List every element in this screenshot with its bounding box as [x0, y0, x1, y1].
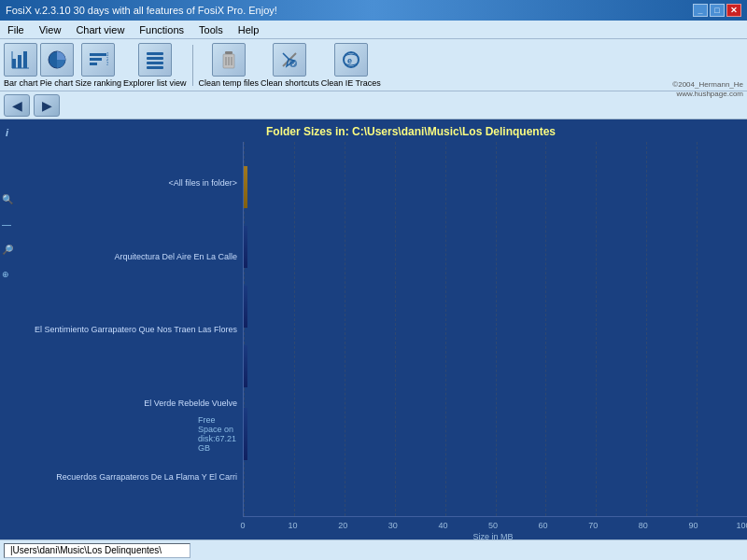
svg-rect-6 [90, 53, 106, 56]
svg-rect-8 [90, 63, 97, 65]
menu-help[interactable]: Help [234, 23, 263, 36]
explorer-list-button[interactable] [138, 43, 172, 77]
grid-50 [496, 142, 497, 516]
grid-20 [345, 142, 345, 516]
label-arquitectura: Arquitectura Del Aire En La Calle [19, 220, 243, 294]
bar-labels: <All files in folder> Arquitectura Del A… [19, 142, 243, 539]
plot-area: Free Space on disk:67.21 GB 0 10 20 30 4… [243, 142, 747, 539]
forward-button[interactable]: ▶ [34, 94, 60, 117]
svg-rect-15 [147, 66, 163, 69]
main-chart-area: i 🔍 — 🔎 ⊕ Folder Sizes in: C:\Users\dani… [0, 119, 747, 539]
menu-view[interactable]: View [35, 23, 65, 36]
svg-text:e: e [347, 56, 352, 65]
window-controls: _ □ ✕ [693, 4, 741, 17]
status-bar: |Users\dani\Music\Los Delinquentes\ [0, 539, 747, 560]
x-label-90: 90 [688, 521, 698, 530]
bar-all-files-side [244, 166, 247, 208]
toolbar-clean-temp: Clean temp files [199, 43, 260, 88]
free-space-label: Free Space on disk:67.21 GB [198, 415, 236, 453]
menu-functions[interactable]: Functions [135, 23, 188, 36]
side-icon-3[interactable]: 🔎 [2, 245, 13, 255]
toolbar-separator-1 [192, 45, 193, 86]
chart-title: Folder Sizes in: C:\Users\dani\Music\Los… [19, 119, 747, 142]
svg-rect-0 [12, 59, 16, 68]
grid-10 [294, 142, 295, 516]
back-button[interactable]: ◀ [4, 94, 30, 117]
pie-chart-button[interactable] [40, 43, 74, 77]
bar-recuerdos-side [244, 408, 247, 460]
clean-temp-label: Clean temp files [199, 78, 260, 88]
nav-bar: ◀ ▶ [0, 91, 747, 119]
toolbar-bar-chart: Bar chart [4, 43, 38, 88]
clean-temp-button[interactable] [212, 43, 246, 77]
label-sentimiento: El Sentimiento Garrapatero Que Nos Traen… [19, 293, 243, 367]
toolbar-size-ranking: 1 2 3 Size ranking [76, 43, 122, 88]
grid-30 [395, 142, 396, 516]
toolbar-clean-shortcuts: ✓ Clean shortcuts [261, 43, 319, 88]
menu-bar: File View Chart view Functions Tools Hel… [0, 21, 747, 39]
clean-shortcuts-button[interactable]: ✓ [273, 43, 306, 77]
bar-chart-button[interactable] [4, 43, 37, 77]
bar-chart-label: Bar chart [4, 78, 38, 88]
grid-90 [697, 142, 698, 516]
svg-rect-2 [23, 51, 27, 68]
x-label-0: 0 [240, 521, 245, 530]
menu-tools[interactable]: Tools [195, 23, 227, 36]
clean-ie-button[interactable]: e [334, 43, 368, 77]
toolbar: Bar chart Pie chart 1 2 3 Size ranking [0, 39, 747, 91]
toolbar-clean-ie: e Clean IE Traces [321, 43, 381, 88]
chart-wrapper: Folder Sizes in: C:\Users\dani\Music\Los… [19, 119, 747, 539]
svg-rect-16 [225, 51, 233, 54]
grid-60 [545, 142, 546, 516]
close-button[interactable]: ✕ [726, 4, 741, 17]
x-label-60: 60 [539, 521, 548, 530]
left-side-icons: 🔍 — 🔎 ⊕ [2, 194, 13, 279]
grid-bars: Free Space on disk:67.21 GB [243, 142, 747, 517]
current-path: |Users\dani\Music\Los Delinquentes\ [10, 545, 162, 555]
label-all-files: <All files in folder> [19, 147, 243, 220]
info-icon: i [6, 127, 8, 138]
svg-rect-12 [147, 52, 163, 55]
x-axis-title: Size in MB [243, 532, 743, 539]
svg-rect-1 [18, 55, 21, 68]
x-label-70: 70 [588, 521, 598, 530]
x-label-30: 30 [388, 521, 398, 530]
title-bar: FosiX v.2.3.10 30 days with all features… [0, 0, 747, 21]
bar-verde-side [244, 345, 247, 387]
x-label-20: 20 [338, 521, 347, 530]
x-label-40: 40 [438, 521, 447, 530]
toolbar-pie-chart: Pie chart [40, 43, 74, 88]
pie-chart-label: Pie chart [40, 78, 74, 88]
grid-80 [646, 142, 647, 516]
menu-file[interactable]: File [4, 23, 28, 36]
svg-text:3: 3 [106, 61, 108, 66]
menu-chart-view[interactable]: Chart view [72, 23, 128, 36]
watermark: ©2004_Hermann_He www.hushpage.com [672, 80, 743, 100]
x-label-80: 80 [639, 521, 648, 530]
clean-ie-label: Clean IE Traces [321, 78, 381, 88]
title-text: FosiX v.2.3.10 30 days with all features… [6, 5, 277, 16]
svg-rect-14 [147, 62, 163, 64]
chart-body: <All files in folder> Arquitectura Del A… [19, 142, 747, 539]
x-label-10: 10 [289, 521, 298, 530]
svg-rect-7 [90, 58, 102, 61]
size-ranking-button[interactable]: 1 2 3 [81, 43, 115, 77]
side-icon-2[interactable]: — [2, 219, 13, 230]
explorer-list-label: Explorer list view [123, 78, 187, 88]
minimize-button[interactable]: _ [693, 4, 708, 17]
x-axis-labels: 0 10 20 30 40 50 60 70 80 90 100 Size in… [243, 517, 743, 539]
size-ranking-label: Size ranking [76, 78, 122, 88]
svg-rect-13 [147, 57, 163, 60]
toolbar-explorer-list: Explorer list view [123, 43, 187, 88]
grid-40 [445, 142, 446, 516]
svg-text:✓: ✓ [291, 61, 297, 67]
bar-sentimiento-side [244, 286, 247, 328]
grid-70 [596, 142, 597, 516]
x-label-50: 50 [488, 521, 498, 530]
status-path: |Users\dani\Music\Los Delinquentes\ [4, 543, 190, 558]
bar-arquitectura-side [244, 226, 247, 268]
side-icon-4[interactable]: ⊕ [2, 270, 13, 279]
x-label-100: 100 [736, 521, 747, 530]
side-icon-1[interactable]: 🔍 [2, 194, 13, 204]
maximize-button[interactable]: □ [710, 4, 725, 17]
